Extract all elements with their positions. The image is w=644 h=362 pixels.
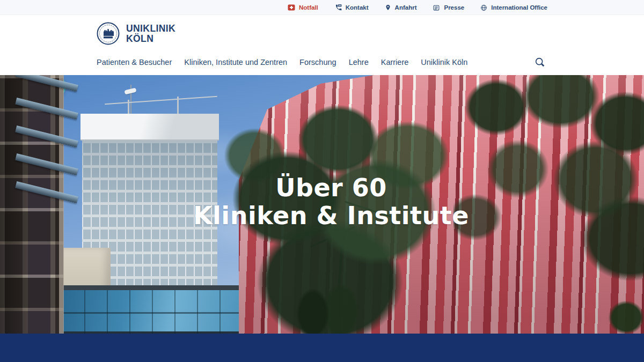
utility-link-label: Presse [444, 4, 464, 11]
utility-link-notfall[interactable]: Notfall [288, 4, 318, 11]
brand-logo[interactable]: UNIKLINIK KÖLN [97, 15, 547, 45]
search-icon[interactable] [532, 55, 547, 70]
nav-item-uniklinik-koeln[interactable]: Uniklinik Köln [421, 58, 467, 67]
utility-link-label: Anfahrt [395, 4, 417, 11]
hero-section: Über 60 Kliniken & Institute Kontakt [0, 75, 644, 334]
glass-bridge-rail [62, 312, 241, 314]
utility-link-presse[interactable]: Presse [433, 4, 464, 11]
first-aid-cross-icon [288, 4, 295, 11]
nav-item-forschung[interactable]: Forschung [299, 58, 336, 67]
phone-chat-icon [334, 4, 342, 11]
small-conifer-trees [292, 284, 360, 334]
utility-link-label: International Office [491, 4, 547, 11]
hero-headline: Über 60 Kliniken & Institute [18, 174, 644, 230]
footer-band [0, 334, 644, 362]
utility-link-label: Kontakt [346, 4, 369, 11]
utility-link-international-office[interactable]: International Office [480, 4, 547, 11]
brand-wordmark: UNIKLINIK KÖLN [126, 24, 175, 44]
globe-icon [480, 4, 487, 11]
tower-roof-post [177, 97, 179, 115]
tower-roof-post [128, 100, 129, 115]
nav-item-lehre[interactable]: Lehre [349, 58, 369, 67]
site-header: UNIKLINIK KÖLN Patienten & Besucher Klin… [0, 15, 644, 75]
tower-roof-slab [80, 114, 219, 141]
utility-bar: Notfall Kontakt Anfahrt Presse Internati… [0, 0, 644, 15]
main-nav: Patienten & Besucher Kliniken, Institute… [97, 55, 547, 70]
utility-link-kontakt[interactable]: Kontakt [334, 4, 369, 11]
utility-link-label: Notfall [299, 4, 318, 11]
map-pin-icon [385, 4, 391, 11]
bottom-right-bush [602, 296, 644, 334]
utility-link-anfahrt[interactable]: Anfahrt [385, 4, 417, 11]
newspaper-icon [433, 4, 440, 11]
nav-item-karriere[interactable]: Karriere [381, 58, 409, 67]
hero-headline-line2: Kliniken & Institute [18, 202, 644, 230]
nav-item-patienten-besucher[interactable]: Patienten & Besucher [97, 58, 172, 67]
uniklinik-seal-icon [97, 22, 120, 45]
hero-headline-line1: Über 60 [18, 174, 644, 202]
nav-item-kliniken-institute-zentren[interactable]: Kliniken, Institute und Zentren [184, 58, 287, 67]
